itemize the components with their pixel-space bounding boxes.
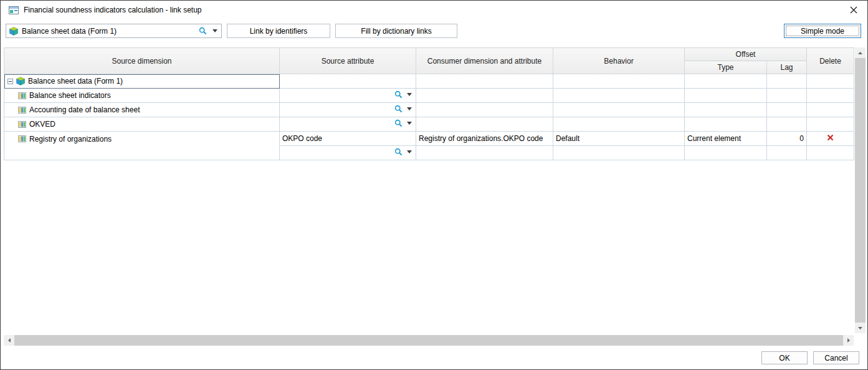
scroll-right-icon[interactable] xyxy=(843,335,854,346)
chevron-down-icon[interactable] xyxy=(407,93,412,96)
dimension-icon xyxy=(18,135,26,143)
cell-behavior[interactable]: Default xyxy=(553,132,685,146)
horizontal-scroll-thumb[interactable] xyxy=(14,335,843,346)
cell-behavior xyxy=(553,103,685,117)
cell-source-attribute[interactable] xyxy=(280,103,416,117)
vertical-scrollbar[interactable] xyxy=(855,47,866,333)
cell-offset-type xyxy=(685,103,767,117)
cell-consumer xyxy=(416,103,553,117)
cell-consumer xyxy=(416,74,553,89)
cell-consumer xyxy=(416,89,553,103)
cube-icon xyxy=(9,27,18,36)
cube-icon xyxy=(16,77,25,85)
chevron-down-icon[interactable] xyxy=(407,150,412,153)
cell-behavior xyxy=(553,74,685,89)
cell-delete xyxy=(807,103,854,117)
dialog-icon xyxy=(9,6,19,14)
attribute-picker[interactable] xyxy=(394,119,413,127)
cell-offset-lag[interactable]: 0 xyxy=(767,132,807,146)
header-row-1: Source dimension Source attribute Consum… xyxy=(4,48,854,61)
chevron-down-icon[interactable] xyxy=(212,29,217,32)
cancel-button[interactable]: Cancel xyxy=(813,351,859,364)
table-row: Registry of organizations OKPO code Regi… xyxy=(4,132,854,146)
tree-node-okved[interactable]: OKVED xyxy=(4,117,280,132)
chevron-down-icon[interactable] xyxy=(407,107,412,110)
delete-icon[interactable] xyxy=(827,134,834,141)
dimension-icon xyxy=(18,106,26,114)
cell-offset-type xyxy=(685,146,767,160)
source-cube-combo[interactable]: Balance sheet data (Form 1) xyxy=(6,24,222,38)
cell-offset-lag xyxy=(767,74,807,89)
dialog-title: Financial soundness indicators calculati… xyxy=(24,6,202,14)
link-by-identifiers-button[interactable]: Link by identifiers xyxy=(227,24,330,38)
cell-source-attribute[interactable]: OKPO code xyxy=(280,132,416,146)
horizontal-scrollbar[interactable] xyxy=(4,335,854,346)
link-grid: Source dimension Source attribute Consum… xyxy=(4,47,854,160)
search-icon[interactable] xyxy=(394,148,403,156)
cell-consumer xyxy=(416,117,553,132)
tree-node-accounting-date[interactable]: Accounting date of balance sheet xyxy=(4,103,280,117)
tree-node-label: Balance sheet data (Form 1) xyxy=(28,77,123,85)
source-cube-value: Balance sheet data (Form 1) xyxy=(22,27,199,36)
vertical-scroll-thumb[interactable] xyxy=(855,58,866,323)
cell-offset-type[interactable]: Current element xyxy=(685,132,767,146)
cell-consumer xyxy=(416,146,553,160)
table-row: OKVED xyxy=(4,117,854,132)
cell-source-attribute[interactable] xyxy=(280,89,416,103)
cell-delete xyxy=(807,89,854,103)
dimension-icon xyxy=(18,120,26,129)
cell-source-attribute xyxy=(280,74,416,89)
search-icon[interactable] xyxy=(199,27,207,35)
cell-offset-lag xyxy=(767,117,807,132)
cell-consumer[interactable]: Registry of organizations.OKPO code xyxy=(416,132,553,146)
cell-offset-lag xyxy=(767,103,807,117)
search-icon[interactable] xyxy=(394,105,403,113)
cell-offset-type xyxy=(685,117,767,132)
simple-mode-button[interactable]: Simple mode xyxy=(784,24,861,38)
chevron-down-icon[interactable] xyxy=(407,122,412,125)
attribute-picker[interactable] xyxy=(394,90,413,99)
cell-behavior xyxy=(553,89,685,103)
tree-node-balance-sheet-data[interactable]: Balance sheet data (Form 1) xyxy=(4,74,280,89)
vertical-scroll-track[interactable] xyxy=(855,58,866,323)
tree-node-label: Accounting date of balance sheet xyxy=(29,105,140,114)
ok-button[interactable]: OK xyxy=(761,351,808,364)
search-icon[interactable] xyxy=(394,119,403,127)
cell-source-attribute[interactable] xyxy=(280,117,416,132)
fill-by-dictionary-links-button[interactable]: Fill by dictionary links xyxy=(335,24,457,38)
header-delete: Delete xyxy=(807,48,854,74)
header-source-dimension: Source dimension xyxy=(4,48,280,74)
tree-node-label: OKVED xyxy=(29,120,55,129)
cell-delete xyxy=(807,117,854,132)
header-consumer: Consumer dimension and attribute xyxy=(416,48,553,74)
header-source-attribute: Source attribute xyxy=(280,48,416,74)
cell-behavior xyxy=(553,146,685,160)
tree-node-registry-of-organizations[interactable]: Registry of organizations xyxy=(4,132,280,160)
scroll-left-icon[interactable] xyxy=(4,335,14,346)
tree-node-balance-sheet-indicators[interactable]: Balance sheet indicators xyxy=(4,89,280,103)
dimension-icon xyxy=(18,92,26,100)
header-offset: Offset xyxy=(685,48,807,61)
header-behavior: Behavior xyxy=(553,48,685,74)
cell-offset-lag xyxy=(767,89,807,103)
link-setup-dialog: Financial soundness indicators calculati… xyxy=(0,0,868,370)
footer: OK Cancel xyxy=(761,351,859,364)
close-icon[interactable] xyxy=(846,2,862,18)
header-offset-type: Type xyxy=(685,61,767,74)
cell-source-attribute[interactable] xyxy=(280,146,416,160)
tree-node-label: Registry of organizations xyxy=(29,135,112,144)
horizontal-scroll-track[interactable] xyxy=(14,335,843,346)
cell-delete[interactable] xyxy=(807,132,854,146)
attribute-picker[interactable] xyxy=(394,148,413,156)
scroll-down-icon[interactable] xyxy=(855,323,866,333)
table-row: Accounting date of balance sheet xyxy=(4,103,854,117)
header-offset-lag: Lag xyxy=(767,61,807,74)
cell-delete xyxy=(807,146,854,160)
collapse-minus-icon[interactable] xyxy=(7,79,13,84)
toolbar: Balance sheet data (Form 1) Link by iden… xyxy=(6,24,861,38)
attribute-picker[interactable] xyxy=(394,105,413,113)
cell-offset-type xyxy=(685,74,767,89)
search-icon[interactable] xyxy=(394,90,403,99)
scroll-up-icon[interactable] xyxy=(855,47,866,58)
titlebar: Financial soundness indicators calculati… xyxy=(1,1,867,19)
